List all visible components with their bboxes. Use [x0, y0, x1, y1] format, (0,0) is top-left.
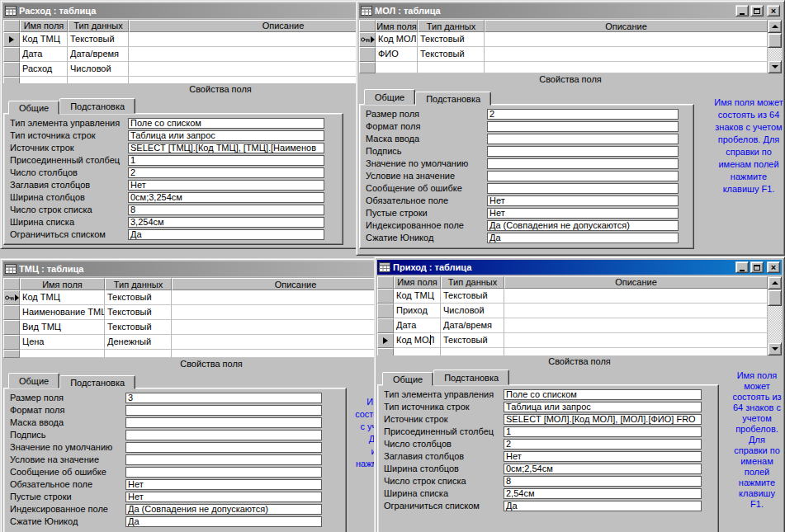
scrollbar-thumb[interactable] — [768, 33, 782, 48]
property-input-caption[interactable] — [125, 430, 322, 440]
row-selector[interactable] — [3, 350, 20, 358]
field-name-cell[interactable]: Наименование ТМЦ — [20, 305, 105, 320]
property-input-list-rows[interactable]: 8 — [128, 205, 324, 215]
property-input-column-heads[interactable]: Нет — [128, 180, 324, 191]
data-type-cell[interactable]: Дата/время — [68, 47, 129, 62]
property-input-field-size[interactable]: 3 — [125, 393, 322, 403]
property-input-field-size[interactable]: 2 — [487, 109, 679, 120]
tab-general[interactable]: Общие — [8, 373, 59, 388]
field-row[interactable]: Вид ТМЦ Текстовый — [3, 320, 419, 335]
field-name-cell[interactable]: ФИО — [376, 47, 418, 62]
property-input-allow-zero-length[interactable]: Нет — [487, 208, 679, 219]
row-selector[interactable] — [377, 348, 394, 355]
property-input-list-width[interactable]: 2,54см — [504, 488, 702, 499]
property-input-limit-to-list[interactable]: Да — [504, 501, 702, 511]
vertical-scrollbar[interactable] — [768, 20, 782, 73]
property-input-input-mask[interactable] — [487, 134, 679, 144]
property-input-limit-to-list[interactable]: Да — [128, 229, 324, 240]
property-input-bound-column[interactable]: 1 — [504, 426, 702, 437]
maximize-button[interactable] — [750, 261, 764, 273]
data-type-cell[interactable]: Текстовый — [105, 305, 172, 320]
row-selector[interactable] — [3, 77, 20, 83]
empty-field-row[interactable] — [3, 350, 419, 358]
data-type-cell[interactable]: Текстовый — [418, 47, 485, 62]
data-type-cell[interactable]: Текстовый — [105, 290, 172, 305]
tab-lookup[interactable]: Подстановка — [433, 370, 509, 385]
property-input-required[interactable]: Нет — [487, 195, 679, 206]
property-input-row-source[interactable]: SELECT [МОЛ].[Код МОЛ], [МОЛ].[ФИО] FRO — [504, 414, 702, 425]
field-row[interactable]: Код ТМЦ Текстовый — [377, 289, 768, 304]
field-name-cell-editing[interactable]: Код МОЛ — [394, 333, 441, 348]
field-name-cell[interactable]: Дата — [394, 318, 441, 333]
property-input-validation-rule[interactable] — [125, 454, 322, 465]
property-input-format[interactable] — [125, 405, 322, 416]
property-input-unicode-compression[interactable]: Да — [487, 233, 679, 243]
description-cell[interactable] — [485, 32, 768, 47]
field-row[interactable]: Наименование ТМЦ Текстовый — [3, 305, 419, 320]
property-input-input-mask[interactable] — [125, 417, 322, 428]
property-input-list-width[interactable]: 3,254см — [128, 217, 324, 228]
field-row[interactable]: Дата Дата/время — [377, 318, 768, 333]
row-selector-current[interactable] — [3, 32, 20, 47]
field-row[interactable]: Код ТМЦ Текстовый — [3, 290, 419, 305]
scroll-up-button[interactable] — [768, 276, 782, 290]
field-name-cell[interactable]: Вид ТМЦ — [20, 320, 105, 335]
window-mol-table-design[interactable]: МОЛ : таблица × Имя поля Тип данных Опис… — [356, 0, 785, 256]
description-cell[interactable] — [485, 47, 768, 62]
data-type-cell[interactable]: Текстовый — [68, 32, 129, 47]
property-input-caption[interactable] — [487, 146, 679, 157]
field-name-cell[interactable]: Код ТМЦ — [394, 289, 441, 304]
data-type-cell[interactable]: Текстовый — [418, 32, 485, 47]
close-button[interactable]: × — [767, 5, 780, 16]
property-input-indexed[interactable]: Да (Совпадения не допускаются) — [487, 220, 679, 231]
property-input-display-control[interactable]: Поле со списком — [504, 389, 702, 400]
property-input-list-rows[interactable]: 8 — [504, 476, 702, 487]
scroll-down-button[interactable] — [768, 60, 782, 73]
data-type-cell[interactable]: Текстовый — [105, 320, 172, 335]
tab-general[interactable]: Общие — [364, 89, 415, 105]
field-row[interactable]: ФИО Текстовый — [359, 47, 768, 62]
minimize-button[interactable] — [735, 261, 749, 273]
scroll-up-button[interactable] — [768, 20, 782, 33]
scrollbar-track[interactable] — [768, 306, 782, 342]
maximize-button[interactable] — [750, 5, 764, 16]
scroll-down-button[interactable] — [768, 342, 782, 355]
property-input-default-value[interactable] — [487, 158, 679, 169]
titlebar-tmc[interactable]: ТМЦ : таблица — [3, 261, 419, 276]
field-row-current[interactable]: Код МОЛ Текстовый — [377, 333, 768, 348]
property-input-column-widths[interactable]: 0см;2,54см — [504, 464, 702, 474]
property-input-column-widths[interactable]: 0см;3,254см — [128, 192, 324, 203]
property-input-column-count[interactable]: 2 — [128, 167, 324, 178]
tab-general[interactable]: Общие — [8, 101, 59, 115]
field-name-cell[interactable]: Код ТМЦ — [20, 290, 105, 305]
tab-general[interactable]: Общие — [382, 372, 433, 386]
titlebar-prihod[interactable]: Приход : таблица × — [377, 260, 782, 275]
property-input-required[interactable]: Нет — [125, 479, 322, 490]
field-name-cell[interactable]: Код ТМЦ — [20, 32, 68, 47]
row-selector[interactable] — [377, 289, 394, 304]
scrollbar-thumb[interactable] — [768, 290, 782, 306]
row-selector[interactable] — [359, 62, 376, 73]
field-name-cell[interactable]: Приход — [394, 304, 441, 318]
empty-field-row[interactable] — [359, 62, 768, 73]
field-name-cell[interactable]: Дата — [20, 47, 68, 62]
property-input-unicode-compression[interactable]: Да — [125, 516, 322, 527]
tab-lookup[interactable]: Подстановка — [415, 92, 491, 106]
titlebar-mol[interactable]: МОЛ : таблица × — [359, 3, 782, 18]
row-selector-primary-key-current[interactable] — [359, 32, 376, 47]
property-input-row-source-type[interactable]: Таблица или запрос — [504, 402, 702, 412]
property-input-indexed[interactable]: Да (Совпадения не допускаются) — [125, 504, 322, 515]
data-type-cell[interactable]: Числовой — [441, 304, 504, 318]
description-cell[interactable] — [504, 289, 768, 304]
property-input-validation-text[interactable] — [125, 467, 322, 478]
property-input-column-count[interactable]: 2 — [504, 439, 702, 450]
close-button[interactable]: × — [767, 261, 780, 273]
row-selector[interactable] — [377, 304, 394, 318]
property-input-display-control[interactable]: Поле со списком — [128, 118, 324, 129]
field-name-cell[interactable]: Расход — [20, 62, 68, 77]
data-type-cell[interactable]: Текстовый — [441, 289, 504, 304]
scrollbar-track[interactable] — [768, 48, 782, 60]
row-selector[interactable] — [3, 335, 20, 350]
minimize-button[interactable] — [735, 5, 749, 16]
window-tmc-table-design[interactable]: ТМЦ : таблица Имя поля Тип данных Описан… — [0, 258, 423, 532]
